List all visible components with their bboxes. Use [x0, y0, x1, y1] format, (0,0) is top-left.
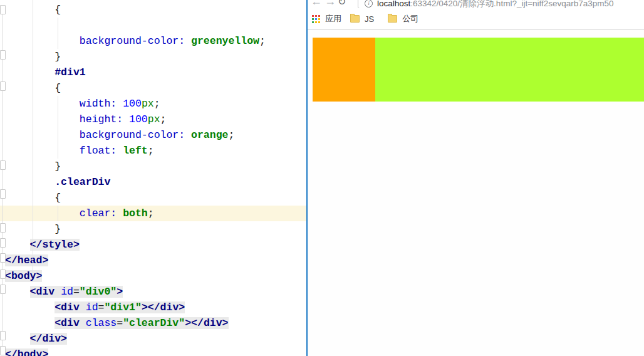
- code-line[interactable]: <div id="div0">: [0, 284, 306, 300]
- code-line[interactable]: height: 100px;: [0, 112, 306, 127]
- indent-guide: [58, 206, 58, 221]
- code-token: px: [148, 113, 160, 125]
- code-token: }: [55, 51, 61, 63]
- code-token: class: [86, 317, 117, 329]
- code-line[interactable]: <div id="div1"></div>: [0, 300, 306, 315]
- code-token: both: [123, 207, 148, 219]
- code-token: </head>: [5, 254, 48, 266]
- code-line[interactable]: {: [0, 190, 306, 206]
- indent-guide: [58, 18, 58, 49]
- fold-marker-icon[interactable]: [0, 253, 6, 263]
- code-line[interactable]: </body>: [0, 347, 306, 356]
- code-token: ;: [148, 207, 154, 219]
- code-token: [117, 145, 123, 157]
- html-fragment: <div id="div1"></div>: [55, 301, 185, 313]
- fold-marker-icon[interactable]: [0, 160, 6, 170]
- fold-marker-icon[interactable]: [0, 331, 6, 340]
- code-token: [185, 129, 191, 141]
- code-token: </style>: [30, 239, 80, 251]
- code-line[interactable]: </style>: [0, 237, 306, 253]
- code-line[interactable]: <div class="clearDiv"></div>: [0, 315, 306, 331]
- fold-marker-icon[interactable]: [0, 50, 6, 60]
- code-line[interactable]: float: left;: [0, 143, 306, 159]
- url-path: :63342/0420/清除浮动.html?_ijt=niff2sevqarb7…: [410, 0, 613, 8]
- code-line[interactable]: width: 100px;: [0, 96, 306, 112]
- code-line[interactable]: {: [0, 80, 306, 96]
- fold-marker-icon[interactable]: [0, 189, 6, 199]
- code-token: </div>: [30, 333, 67, 345]
- code-line[interactable]: .clearDiv: [0, 174, 306, 190]
- code-line[interactable]: background-color: orange;: [0, 127, 306, 143]
- code-token: background-color:: [80, 129, 185, 141]
- code-indent: [5, 113, 80, 125]
- code-line[interactable]: {: [0, 2, 306, 18]
- html-fragment: </head>: [5, 254, 48, 266]
- folder-icon: [350, 15, 360, 23]
- code-line[interactable]: }: [0, 221, 306, 237]
- code-token: left: [123, 145, 148, 157]
- url-text: localhost:63342/0420/清除浮动.html?_ijt=niff…: [377, 0, 644, 8]
- code-token: </body>: [5, 348, 48, 356]
- back-arrow-icon[interactable]: ←: [311, 0, 322, 7]
- code-line[interactable]: }: [0, 49, 306, 65]
- code-editor[interactable]: { background-color: greenyellow; } #div1…: [0, 0, 306, 356]
- code-indent: [5, 129, 80, 141]
- code-token: <div: [55, 301, 86, 313]
- code-token: {: [55, 4, 61, 16]
- code-line[interactable]: <body>: [0, 268, 306, 284]
- apps-shortcut[interactable]: 应用: [312, 13, 341, 24]
- code-indent: [5, 176, 55, 188]
- css-fragment: }: [55, 51, 61, 63]
- fold-marker-icon[interactable]: [0, 223, 6, 233]
- browser-toolbar: ← → ↻ i localhost:63342/0420/清除浮动.html?_…: [308, 0, 644, 8]
- html-fragment: </div>: [30, 333, 67, 345]
- fold-marker-icon[interactable]: [0, 346, 6, 355]
- css-fragment: width: 100px;: [80, 98, 160, 110]
- code-indent: [5, 223, 55, 235]
- code-token: [123, 113, 129, 125]
- code-line[interactable]: #div1: [0, 65, 306, 80]
- code-token: float:: [80, 145, 117, 157]
- code-line[interactable]: }: [0, 159, 306, 174]
- bookmarks-bar: 应用JS公司: [308, 8, 644, 29]
- html-fragment: <div id="div0">: [30, 286, 123, 298]
- code-line[interactable]: background-color: greenyellow;: [0, 33, 306, 49]
- code-token: background-color:: [80, 35, 185, 47]
- forward-arrow-icon[interactable]: →: [325, 0, 336, 7]
- code-line[interactable]: </head>: [0, 253, 306, 268]
- code-token: .clearDiv: [55, 176, 110, 188]
- html-fragment: <div class="clearDiv"></div>: [55, 317, 228, 329]
- code-token: [185, 35, 191, 47]
- code-indent: [5, 51, 55, 63]
- code-indent: [5, 145, 80, 157]
- fold-marker-icon[interactable]: [0, 270, 6, 279]
- bookmark-label: 应用: [325, 13, 341, 24]
- bookmark-folder-company[interactable]: 公司: [388, 13, 418, 24]
- code-token: <body>: [5, 270, 42, 282]
- code-indent: [5, 82, 55, 94]
- html-fragment: </body>: [5, 348, 48, 356]
- code-line[interactable]: [0, 18, 306, 33]
- reload-icon[interactable]: ↻: [338, 0, 346, 8]
- code-line[interactable]: </div>: [0, 331, 306, 347]
- fold-marker-icon[interactable]: [0, 5, 6, 14]
- code-line-current[interactable]: clear: both;: [0, 206, 306, 221]
- code-token: ;: [259, 35, 266, 47]
- code-token: {: [55, 192, 61, 204]
- code-token: px: [142, 98, 154, 110]
- css-fragment: {: [55, 192, 61, 204]
- fold-marker-icon[interactable]: [0, 238, 6, 248]
- code-indent: [5, 317, 55, 329]
- code-token: [117, 207, 123, 219]
- code-indent: [5, 333, 30, 345]
- code-token: 100: [129, 113, 148, 125]
- site-info-icon[interactable]: i: [365, 0, 373, 8]
- fold-marker-icon[interactable]: [0, 81, 6, 91]
- code-token: =: [98, 301, 105, 313]
- bookmark-folder-js[interactable]: JS: [350, 14, 374, 24]
- code-token: greenyellow: [191, 35, 259, 47]
- fold-marker-icon[interactable]: [0, 285, 6, 294]
- address-bar[interactable]: i localhost:63342/0420/清除浮动.html?_ijt=ni…: [358, 0, 644, 8]
- code-indent: [5, 4, 55, 16]
- bookmark-label: 公司: [402, 13, 418, 24]
